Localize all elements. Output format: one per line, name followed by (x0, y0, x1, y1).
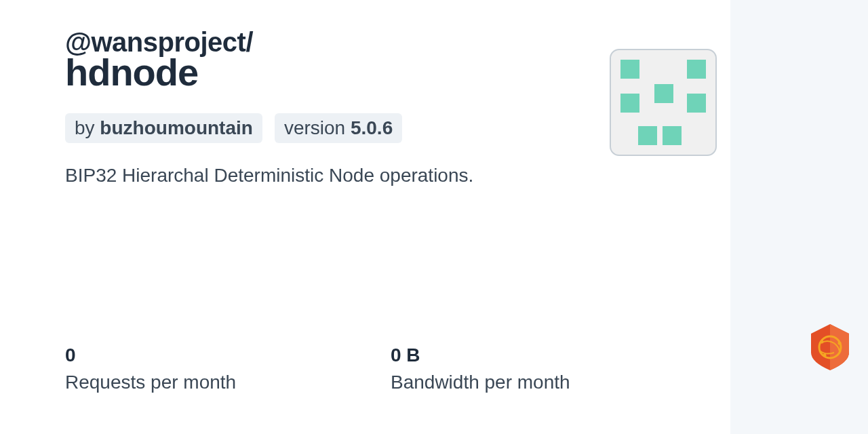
stats-row: 0 Requests per month 0 B Bandwidth per m… (65, 344, 716, 393)
main-content: @wansproject/ hdnode by buzhoumountain v… (0, 0, 730, 434)
svg-point-3 (823, 354, 827, 357)
bandwidth-value: 0 B (391, 344, 716, 366)
svg-point-1 (821, 340, 824, 344)
svg-point-2 (838, 342, 842, 345)
stat-bandwidth: 0 B Bandwidth per month (391, 344, 716, 393)
version-badge: version 5.0.6 (275, 113, 402, 143)
author-badge: by buzhoumountain (65, 113, 262, 143)
requests-value: 0 (65, 344, 391, 366)
sidebar (730, 0, 868, 434)
requests-label: Requests per month (65, 372, 391, 393)
package-description: BIP32 Hierarchal Deterministic Node oper… (65, 165, 730, 186)
author-prefix: by (75, 117, 100, 138)
package-avatar-icon (610, 49, 717, 156)
bandwidth-label: Bandwidth per month (391, 372, 716, 393)
jsdelivr-logo-icon (808, 323, 852, 372)
version-prefix: version (284, 117, 351, 138)
stat-requests: 0 Requests per month (65, 344, 391, 393)
version-value: 5.0.6 (351, 117, 393, 138)
author-name: buzhoumountain (100, 117, 253, 138)
